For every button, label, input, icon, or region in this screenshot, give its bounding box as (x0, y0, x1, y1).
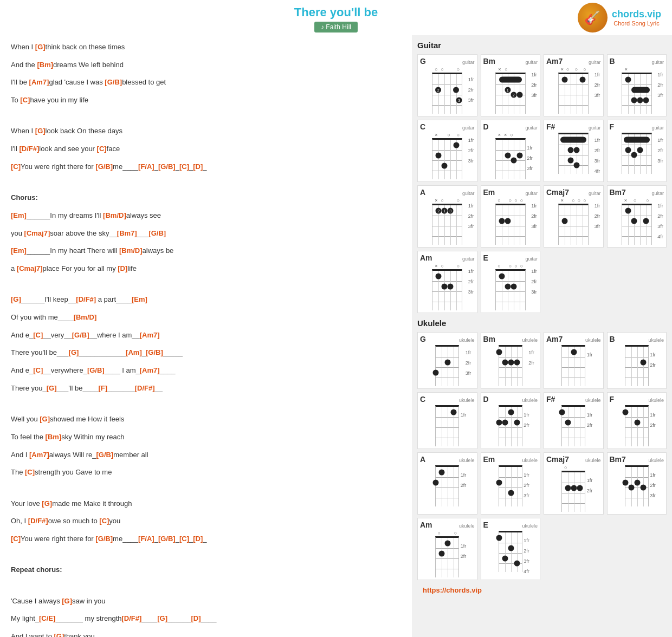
chord-e-guitar: E guitar ○○○○ (481, 251, 541, 313)
lyric-line: [Em]______In my dreams I'll [Bm/D]always… (11, 209, 401, 223)
lyric-line: Of you with me____[Bm/D] (11, 311, 401, 324)
lyric-line: There you'll be___[G]____________[Am]_[G… (11, 346, 401, 360)
chord-b-guitar: B guitar × (607, 54, 667, 116)
lyric-line: When I [G]think back on these times (11, 41, 401, 54)
chord-cmaj7-ukulele: Cmaj7 ukulele ○ (544, 452, 604, 515)
guitar-row-1: G guitar ○○○ (417, 54, 667, 116)
lyric-line: Well you [G]showed me How it feels (11, 413, 401, 426)
chord-d-guitar: D guitar ××○ (481, 120, 541, 182)
chord-a-guitar: A guitar ×○○ (417, 185, 477, 248)
lyric-line: The [C]strength you Gave to me (11, 466, 401, 479)
lyric-line: Your love [G]made me Make it through (11, 497, 401, 511)
lyrics-section: When I [G]think back on these times And … (0, 35, 412, 637)
chord-g-ukulele: G ukulele (417, 332, 477, 389)
chord-f-guitar: F guitar (607, 120, 667, 182)
bridge-1: [G]______I'll keep__[D/F#] a part____[Em… (11, 293, 401, 395)
lyric-line: There you_[G]___'ll be____[F]_______[D/F… (11, 382, 401, 395)
lyric-line: Oh, I [D/F#]owe so much to [C]you (11, 515, 401, 528)
chord-c-guitar: C guitar ×○○ (417, 120, 477, 182)
chord-bm-guitar: Bm guitar ×○ (481, 54, 541, 116)
chord-fsharp-guitar: F# guitar (544, 120, 604, 182)
bridge-2: 'Cause I always [G]saw in you My light_[… (11, 595, 401, 637)
lyric-line: And e_[C]__verywhere_[G/B]____ I am_[Am7… (11, 364, 401, 378)
lyric-line: [C]You were right there for [G/B]me____[… (11, 532, 401, 546)
logo-brand: chords.vip (612, 9, 661, 20)
lyric-line: And the [Bm]dreams We left behind (11, 58, 401, 72)
chord-c-ukulele: C ukulele 1fr (417, 392, 477, 449)
chord-am-ukulele: Am ukulele ○○ (417, 518, 477, 580)
verse-4: Your love [G]made me Make it through Oh,… (11, 497, 401, 546)
lyric-line: And I want to [G]thank you (11, 630, 401, 637)
ukulele-section-header: Ukulele (417, 318, 667, 328)
artist-badge[interactable]: Faith Hill (314, 22, 358, 32)
guitar-row-2: C guitar ×○○ (417, 120, 667, 182)
lyric-line: I'll [D/F#]look and see your [C]face (11, 142, 401, 156)
chords-section: Guitar G guitar ○○○ (412, 35, 672, 637)
chord-d-ukulele: D ukulele (481, 392, 541, 449)
chord-bm-ukulele: Bm ukulele (481, 332, 541, 389)
repeat-chorus: Repeat chorus: (11, 563, 401, 577)
section-title-chorus: Chorus: (11, 191, 401, 205)
lyric-line: And e_[C]__very__[G/B]__where I am__[Am7… (11, 329, 401, 342)
lyric-line: [Em]______In my heart There will [Bm/D]a… (11, 244, 401, 258)
guitar-row-4: Am guitar ×○○ (417, 251, 667, 313)
chord-am7-guitar: Am7 guitar ×○○○ (544, 54, 604, 116)
chord-am7-ukulele: Am7 ukulele 1fr (544, 332, 604, 389)
lyric-line: I'll be [Am7]glad 'cause I was [G/B]bles… (11, 76, 401, 89)
lyric-line: And I [Am7]always Will re_[G/B]member al… (11, 448, 401, 462)
chord-fsharp-ukulele: F# ukulele (544, 392, 604, 449)
lyric-line: My light_[C/E]_______ my strength[D/F#]_… (11, 612, 401, 626)
chorus-1: Chorus: [Em]______In my dreams I'll [Bm/… (11, 191, 401, 275)
lyric-line: 'Cause I always [G]saw in you (11, 595, 401, 608)
logo-icon: 🎸 (578, 3, 608, 32)
chord-em-ukulele: Em ukulele (481, 452, 541, 515)
chord-g: [G] (35, 43, 46, 51)
ukulele-row-1: G ukulele (417, 332, 667, 389)
chord-g-guitar: G guitar ○○○ (417, 54, 477, 116)
verse-2: When I [G]look back On these days I'll [… (11, 125, 401, 173)
ukulele-row-3: A ukulele (417, 452, 667, 515)
guitar-section-header: Guitar (417, 41, 667, 50)
lyric-line: you [Cmaj7]soar above the sky__[Bm7]___[… (11, 227, 401, 240)
lyric-line: [G]______I'll keep__[D/F#] a part____[Em… (11, 293, 401, 307)
footer-url-right[interactable]: https://chords.vip (417, 583, 667, 597)
content-area: When I [G]think back on these times And … (0, 35, 672, 637)
chord-em-guitar: Em guitar ○○○○ (481, 185, 541, 248)
chord-bm7-guitar: Bm7 guitar ×○○ (607, 185, 667, 248)
chord-e-ukulele: E ukulele (481, 518, 541, 580)
ukulele-row-4: Am ukulele ○○ (417, 518, 667, 580)
song-title: There you'll be (0, 5, 672, 20)
chord-cmaj7-guitar: Cmaj7 guitar ×○○○ (544, 185, 604, 248)
chord-b-ukulele: B ukulele 1fr (607, 332, 667, 389)
chord-a-ukulele: A ukulele (417, 452, 477, 515)
page-header: There you'll be Faith Hill 🎸 chords.vip … (0, 0, 672, 35)
lyric-line: To [C]have you in my life (11, 94, 401, 107)
guitar-row-3: A guitar ×○○ (417, 185, 667, 248)
repeat-label: Repeat chorus: (11, 563, 401, 577)
lyric-line: [C]You were right there for [G/B]me____[… (11, 160, 401, 174)
chord-bm7-ukulele: Bm7 ukulele (607, 452, 667, 515)
logo-sub: Chord Song Lyric (612, 20, 661, 27)
lyric-line: To feel the [Bm]sky Within my reach (11, 431, 401, 444)
lyric-line: a [Cmaj7]place For you for all my [D]lif… (11, 262, 401, 276)
verse-1: When I [G]think back on these times And … (11, 41, 401, 107)
chord-am-guitar: Am guitar ×○○ (417, 251, 477, 313)
ukulele-row-2: C ukulele 1fr (417, 392, 667, 449)
site-logo: 🎸 chords.vip Chord Song Lyric (578, 3, 661, 32)
lyric-line: When I [G]look back On these days (11, 125, 401, 138)
chord-f-ukulele: F ukulele (607, 392, 667, 449)
verse-3: Well you [G]showed me How it feels To fe… (11, 413, 401, 479)
